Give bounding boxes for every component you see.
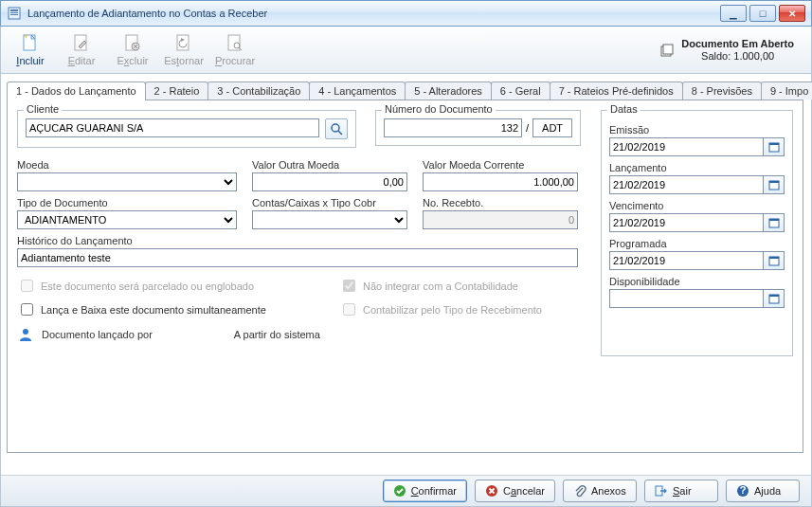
lancamento-input[interactable]	[609, 175, 764, 194]
calendar-icon	[768, 179, 780, 190]
svg-rect-25	[769, 181, 779, 183]
toolbar-procurar[interactable]: Procurar	[209, 28, 261, 71]
chk-nao-integrar: Não integrar com a Contabilidade	[339, 277, 542, 295]
historico-label: Histórico do Lançamento	[17, 235, 578, 246]
lancado-por-label: Documento lançado por	[42, 329, 153, 340]
emissao-calendar-button[interactable]	[764, 137, 785, 156]
disponibilidade-input[interactable]	[609, 289, 764, 308]
main-toolbar: Incluir Editar Excluir Estornar Procurar…	[0, 27, 812, 74]
tabs-row: 1 - Dados do Lançamento 2 - Rateio 3 - C…	[7, 80, 803, 100]
app-icon	[7, 6, 22, 21]
moeda-select[interactable]	[17, 172, 237, 191]
numero-doc-tipo-input[interactable]	[532, 118, 572, 137]
valor-corr-input[interactable]	[423, 172, 578, 191]
emissao-label: Emissão	[609, 124, 785, 136]
historico-input[interactable]	[17, 248, 578, 267]
document-status-info: Documento Em Aberto Saldo: 1.000,00	[659, 27, 807, 73]
tab-dados-lancamento[interactable]: 1 - Dados do Lançamento	[7, 81, 146, 100]
tab-rateios-pre[interactable]: 7 - Rateios Pré-definidos	[550, 81, 683, 100]
edit-document-icon	[70, 33, 93, 54]
tab-alteradores[interactable]: 5 - Alteradores	[405, 81, 492, 100]
ajuda-label: Ajuda	[754, 485, 781, 497]
toolbar-estornar-label: Estornar	[164, 55, 204, 66]
maximize-button[interactable]	[749, 5, 776, 22]
svg-rect-18	[663, 45, 673, 54]
lancamento-calendar-button[interactable]	[764, 175, 785, 194]
status-line2: Saldo: 1.000,00	[701, 50, 774, 62]
calendar-icon	[768, 255, 780, 266]
title-bar: Lançamento de Adiantamento no Contas a R…	[0, 0, 812, 27]
chk-nao-integrar-label: Não integrar com a Contabilidade	[363, 281, 518, 292]
close-button[interactable]	[779, 5, 805, 22]
cliente-input[interactable]	[26, 118, 319, 137]
chk-lanca-baixa-box[interactable]	[21, 303, 33, 316]
lancamento-label: Lançamento	[609, 162, 785, 173]
document-stack-icon	[659, 42, 676, 59]
chk-parcelado-label: Este documento será parcelado ou engloba…	[41, 281, 254, 292]
tab-impo[interactable]: 9 - Impo	[761, 81, 812, 100]
vencimento-input[interactable]	[609, 213, 764, 232]
moeda-label: Moeda	[17, 159, 237, 171]
minimize-button[interactable]	[720, 5, 747, 22]
chk-contab-tipo: Contabilizar pelo Tipo de Recebimento	[339, 300, 542, 318]
valor-outra-input[interactable]	[252, 172, 407, 191]
tab-panel: Cliente Número do Documento	[7, 100, 803, 453]
numero-doc-input[interactable]	[384, 118, 522, 137]
toolbar-editar[interactable]: Editar	[56, 28, 107, 71]
no-recebto-input	[423, 210, 578, 229]
chk-contab-tipo-box	[343, 303, 355, 316]
confirmar-label: Confirmar	[411, 485, 457, 497]
svg-point-21	[23, 329, 28, 335]
toolbar-excluir[interactable]: Excluir	[107, 28, 158, 71]
contas-caixas-label: Contas/Caixas x Tipo Cobr	[252, 197, 407, 208]
chk-lanca-baixa[interactable]: Lança e Baixa este documento simultaneam…	[17, 300, 301, 318]
calendar-icon	[768, 141, 780, 153]
svg-point-19	[332, 124, 339, 132]
toolbar-incluir-label: Incluir	[16, 55, 44, 66]
contas-caixas-select[interactable]	[252, 210, 407, 229]
anexos-button[interactable]: Anexos	[563, 480, 637, 502]
chk-lanca-baixa-label: Lança e Baixa este documento simultaneam…	[41, 304, 266, 316]
tipo-doc-select[interactable]: ADIANTAMENTO	[17, 210, 237, 229]
tab-previsoes[interactable]: 8 - Previsões	[682, 81, 762, 100]
datas-group: Datas Emissão Lançamento Vencimento	[601, 110, 793, 356]
svg-rect-1	[10, 9, 18, 11]
sair-button[interactable]: Sair	[644, 480, 718, 502]
cancelar-button[interactable]: Cancelar	[475, 480, 555, 502]
search-icon	[330, 122, 343, 136]
toolbar-excluir-label: Excluir	[117, 55, 148, 66]
programada-input[interactable]	[609, 251, 764, 270]
cliente-group: Cliente	[17, 110, 356, 148]
exit-icon	[655, 484, 668, 498]
svg-text:?: ?	[740, 484, 747, 496]
tab-lancamentos[interactable]: 4 - Lançamentos	[309, 81, 406, 100]
window-buttons	[720, 5, 805, 22]
svg-rect-3	[10, 14, 18, 15]
tipo-doc-label: Tipo de Documento	[17, 197, 237, 208]
tab-contabilizacao[interactable]: 3 - Contabilização	[208, 81, 310, 100]
window-title: Lançamento de Adiantamento no Contas a R…	[27, 8, 720, 19]
delete-document-icon	[121, 33, 144, 54]
confirmar-button[interactable]: Confirmar	[383, 480, 467, 502]
ajuda-button[interactable]: ? Ajuda	[726, 480, 800, 502]
new-document-icon	[19, 33, 42, 54]
calendar-icon	[768, 293, 780, 304]
svg-rect-2	[10, 12, 18, 13]
vencimento-calendar-button[interactable]	[764, 213, 785, 232]
programada-calendar-button[interactable]	[764, 251, 785, 270]
tab-rateio[interactable]: 2 - Rateio	[145, 81, 209, 100]
disponibilidade-calendar-button[interactable]	[764, 289, 785, 308]
svg-rect-31	[769, 295, 779, 297]
user-icon	[17, 326, 34, 343]
toolbar-incluir[interactable]: Incluir	[5, 28, 56, 71]
anexos-label: Anexos	[591, 485, 626, 497]
emissao-input[interactable]	[609, 137, 764, 156]
reverse-document-icon	[172, 33, 195, 54]
tab-geral[interactable]: 6 - Geral	[491, 81, 550, 100]
svg-rect-29	[769, 257, 779, 259]
status-line1: Documento Em Aberto	[681, 38, 794, 49]
cliente-search-button[interactable]	[325, 118, 348, 139]
calendar-icon	[768, 217, 780, 228]
toolbar-procurar-label: Procurar	[215, 55, 255, 66]
toolbar-estornar[interactable]: Estornar	[158, 28, 209, 71]
